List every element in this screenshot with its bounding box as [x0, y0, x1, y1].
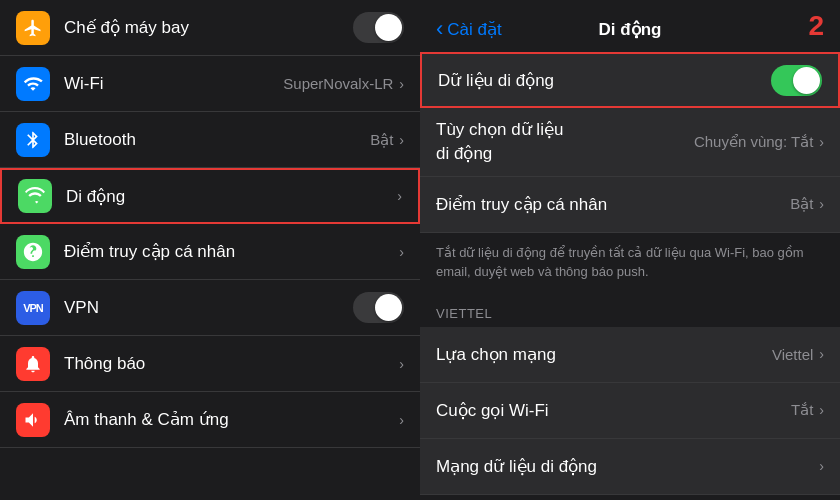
hotspot-right-value: Bật [790, 195, 813, 213]
page-title: Di động [599, 19, 662, 40]
wifi-icon [16, 67, 50, 101]
vpn-item[interactable]: VPN VPN [0, 280, 420, 336]
notification-item[interactable]: Thông báo › [0, 336, 420, 392]
settings-list: Chế độ máy bay Wi-Fi SuperNovalx-LR › Bl… [0, 0, 420, 448]
mobile-data-item[interactable]: Dữ liệu di động [420, 52, 840, 108]
mobile-data-label: Dữ liệu di động [438, 60, 771, 101]
network-select-label: Lựa chọn mạng [436, 334, 772, 375]
mobile-data-usage-item[interactable]: Mạng dữ liệu di động › [420, 439, 840, 495]
right-settings-panel: ‹ Cài đặt Di động 2 Dữ liệu di động Tùy … [420, 0, 840, 500]
notification-label: Thông báo [64, 354, 399, 374]
wifi-call-item[interactable]: Cuộc gọi Wi-Fi Tắt › [420, 383, 840, 439]
wifi-label: Wi-Fi [64, 74, 283, 94]
cellular-chevron: › [397, 188, 402, 204]
wifi-item[interactable]: Wi-Fi SuperNovalx-LR › [0, 56, 420, 112]
hotspot-right-item[interactable]: Điểm truy cập cá nhân Bật › [420, 177, 840, 233]
wifi-call-value: Tắt [791, 401, 813, 419]
cellular-icon [18, 179, 52, 213]
bluetooth-item[interactable]: Bluetooth Bật › [0, 112, 420, 168]
wifi-call-label: Cuộc gọi Wi-Fi [436, 390, 791, 431]
notification-icon [16, 347, 50, 381]
nav-header: ‹ Cài đặt Di động 2 [420, 0, 840, 52]
back-button[interactable]: ‹ Cài đặt [436, 16, 502, 42]
sound-item[interactable]: Âm thanh & Cảm ứng › [0, 392, 420, 448]
mobile-data-usage-label: Mạng dữ liệu di động [436, 446, 819, 487]
network-select-item[interactable]: Lựa chọn mạng Viettel › [420, 327, 840, 383]
airplane-icon [16, 11, 50, 45]
sound-icon [16, 403, 50, 437]
badge-2: 2 [808, 10, 824, 42]
vpn-label: VPN [64, 298, 353, 318]
cellular-item[interactable]: Di động › 1 [0, 168, 420, 224]
hotspot-icon [16, 235, 50, 269]
hotspot-item[interactable]: Điểm truy cập cá nhân › [0, 224, 420, 280]
bluetooth-icon [16, 123, 50, 157]
cellular-label: Di động [66, 186, 397, 207]
airplane-toggle[interactable] [353, 12, 404, 43]
bluetooth-value: Bật [370, 131, 393, 149]
wifi-chevron: › [399, 76, 404, 92]
network-select-chevron: › [819, 346, 824, 362]
vpn-toggle[interactable] [353, 292, 404, 323]
wifi-call-chevron: › [819, 402, 824, 418]
mobile-options-label: Tùy chọn dữ liệudi động [436, 108, 694, 176]
mobile-options-item[interactable]: Tùy chọn dữ liệudi động Chuyển vùng: Tắt… [420, 108, 840, 177]
mobile-options-chevron: › [819, 134, 824, 150]
bluetooth-label: Bluetooth [64, 130, 370, 150]
wifi-value: SuperNovalx-LR [283, 75, 393, 92]
airplane-mode-item[interactable]: Chế độ máy bay [0, 0, 420, 56]
network-select-value: Viettel [772, 346, 813, 363]
left-settings-panel: Chế độ máy bay Wi-Fi SuperNovalx-LR › Bl… [0, 0, 420, 500]
hotspot-label: Điểm truy cập cá nhân [64, 241, 399, 262]
bluetooth-chevron: › [399, 132, 404, 148]
notification-chevron: › [399, 356, 404, 372]
mobile-data-toggle[interactable] [771, 65, 822, 96]
sound-label: Âm thanh & Cảm ứng [64, 409, 399, 430]
mobile-data-usage-chevron: › [819, 458, 824, 474]
hotspot-right-chevron: › [819, 196, 824, 212]
hotspot-chevron: › [399, 244, 404, 260]
sound-chevron: › [399, 412, 404, 428]
right-content: Dữ liệu di động Tùy chọn dữ liệudi động … [420, 52, 840, 500]
mobile-data-description: Tắt dữ liệu di động để truyền tất cả dữ … [420, 233, 840, 292]
hotspot-right-label: Điểm truy cập cá nhân [436, 184, 790, 225]
viettel-section-header: VIETTEL [420, 292, 840, 327]
back-label: Cài đặt [447, 19, 501, 40]
airplane-label: Chế độ máy bay [64, 17, 353, 38]
mobile-options-value: Chuyển vùng: Tắt [694, 133, 813, 151]
back-chevron-icon: ‹ [436, 16, 443, 42]
vpn-icon: VPN [16, 291, 50, 325]
